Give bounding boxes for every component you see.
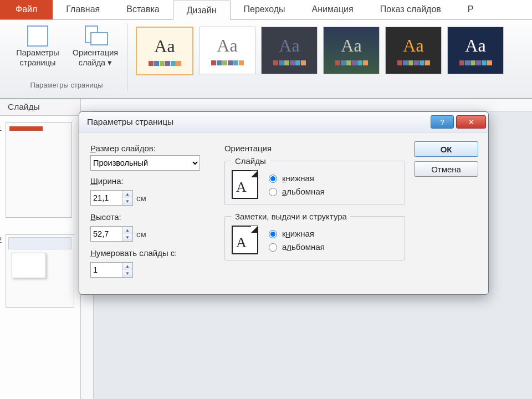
notes-landscape-radio[interactable]: альбомная <box>266 242 325 252</box>
width-spinner[interactable]: ▲▼ <box>90 190 133 206</box>
cancel-button[interactable]: Отмена <box>414 161 478 177</box>
ok-button[interactable]: ОК <box>414 141 478 157</box>
tab-design[interactable]: Дизайн <box>173 1 231 20</box>
tab-insert[interactable]: Вставка <box>113 0 172 19</box>
slides-panel-tab[interactable]: Слайды <box>0 99 80 116</box>
portrait-page-icon: A <box>232 170 258 199</box>
ribbon-tabs: Файл Главная Вставка Дизайн Переходы Ани… <box>0 0 532 20</box>
theme-swatch <box>459 60 492 65</box>
themes-gallery: Aa Aa Aa Aa Aa Aa <box>128 23 504 98</box>
ribbon-body: Параметры страницы Ориентация слайда ▾ П… <box>0 20 532 99</box>
theme-item-2[interactable]: Aa <box>199 27 255 74</box>
theme-aa-icon: Aa <box>279 35 299 56</box>
orientation-label: Ориентация слайда ▾ <box>73 48 118 68</box>
theme-swatch <box>397 60 430 65</box>
slides-panel: Слайды 1 2 <box>0 99 81 399</box>
spin-down-icon[interactable]: ▼ <box>122 270 132 277</box>
slide-size-select[interactable]: Произвольный <box>90 155 200 171</box>
tab-file[interactable]: Файл <box>0 0 53 19</box>
theme-swatch <box>335 60 368 65</box>
height-spinner[interactable]: ▲▼ <box>90 226 133 242</box>
slide-thumb-2[interactable]: 2 <box>6 234 74 308</box>
spin-up-icon[interactable]: ▲ <box>122 191 132 198</box>
help-button[interactable]: ? <box>431 115 454 129</box>
horizontal-ruler <box>81 99 532 111</box>
spin-down-icon[interactable]: ▼ <box>122 198 132 205</box>
tab-animations[interactable]: Анимация <box>299 0 367 19</box>
theme-aa-icon: Aa <box>465 35 485 56</box>
height-label: Высота: <box>90 212 216 222</box>
close-button[interactable]: ✕ <box>456 115 486 129</box>
theme-swatch <box>211 60 244 65</box>
dialog-title: Параметры страницы <box>87 117 428 127</box>
page-setup-dialog: Параметры страницы ? ✕ Размер слайдов: П… <box>79 111 489 295</box>
spin-down-icon[interactable]: ▼ <box>122 234 132 241</box>
theme-item-4[interactable]: Aa <box>323 27 380 74</box>
theme-item-1[interactable]: Aa <box>136 27 193 75</box>
notes-portrait-radio[interactable]: книжная <box>266 228 325 238</box>
theme-aa-icon: Aa <box>403 35 423 56</box>
orientation-icon <box>85 25 106 47</box>
theme-item-5[interactable]: Aa <box>385 27 442 74</box>
spin-up-icon[interactable]: ▲ <box>122 263 132 270</box>
slides-portrait-radio[interactable]: книжная <box>266 173 325 183</box>
dialog-orientation-column: Ориентация Слайды A книжная альбомная За… <box>224 141 405 282</box>
tab-home[interactable]: Главная <box>53 0 113 19</box>
theme-aa-icon: Aa <box>217 35 237 56</box>
slide-thumb-1[interactable]: 1 <box>6 122 72 218</box>
slides-group-label: Слайды <box>232 156 269 166</box>
number-from-spinner[interactable]: ▲▼ <box>90 262 133 278</box>
portrait-page-icon: A <box>232 226 258 254</box>
thumbnails: 1 2 <box>0 116 80 331</box>
height-unit: см <box>136 229 146 239</box>
number-from-label: Нумеровать слайды с: <box>90 248 216 258</box>
group-page-setup: Параметры страницы Ориентация слайда ▾ П… <box>6 23 128 91</box>
orientation-heading: Ориентация <box>224 144 405 153</box>
theme-aa-icon: Aa <box>154 36 175 57</box>
thumb-number: 2 <box>0 235 2 244</box>
width-unit: см <box>136 193 146 203</box>
notes-group-label: Заметки, выдачи и структура <box>232 212 350 221</box>
slide-size-label: Размер слайдов: <box>90 144 216 153</box>
theme-item-3[interactable]: Aa <box>261 27 318 74</box>
slide-orientation-button[interactable]: Ориентация слайда ▾ <box>68 23 123 68</box>
slides-orientation-group: Слайды A книжная альбомная <box>224 156 405 205</box>
dialog-left-column: Размер слайдов: Произвольный Ширина: ▲▼ … <box>90 141 216 282</box>
page-setup-label: Параметры страницы <box>16 48 59 68</box>
tab-cut: Р <box>454 0 487 19</box>
theme-swatch <box>273 60 306 65</box>
dialog-titlebar: Параметры страницы ? ✕ <box>79 112 488 132</box>
tab-transitions[interactable]: Переходы <box>231 0 299 19</box>
width-label: Ширина: <box>90 176 216 186</box>
dialog-buttons: ОК Отмена <box>414 141 478 282</box>
height-input[interactable] <box>91 227 122 241</box>
page-setup-button[interactable]: Параметры страницы <box>10 23 65 68</box>
slides-landscape-radio[interactable]: альбомная <box>266 186 325 196</box>
group-label-page-setup: Параметры страницы <box>30 79 103 91</box>
notes-orientation-group: Заметки, выдачи и структура A книжная ал… <box>224 212 405 260</box>
page-setup-icon <box>27 25 48 47</box>
number-from-input[interactable] <box>91 263 122 277</box>
theme-swatch <box>149 61 181 66</box>
width-input[interactable] <box>91 191 122 205</box>
theme-aa-icon: Aa <box>341 35 361 56</box>
theme-item-6[interactable]: Aa <box>447 27 504 74</box>
tab-slideshow[interactable]: Показ слайдов <box>367 0 454 19</box>
thumb-number: 1 <box>0 123 2 132</box>
spin-up-icon[interactable]: ▲ <box>122 227 132 234</box>
